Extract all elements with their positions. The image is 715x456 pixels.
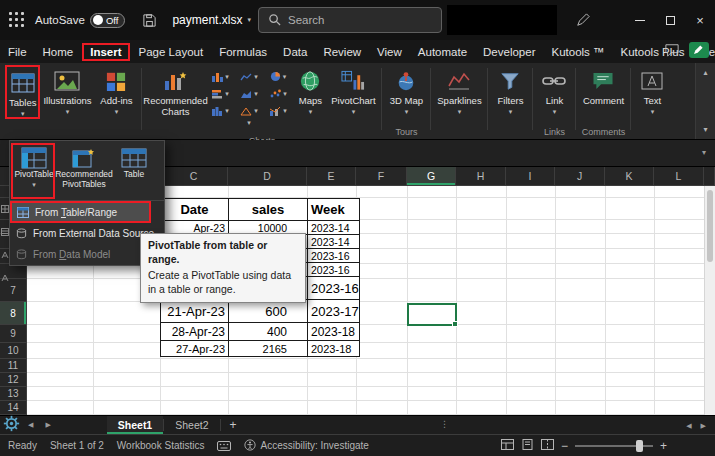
zoom-out-button[interactable]: − <box>561 439 568 453</box>
sheet-tab-sheet1[interactable]: Sheet1 <box>107 416 163 434</box>
col-header-C[interactable]: C <box>160 167 228 186</box>
3d-map-button[interactable]: 3D Map ▾ <box>385 65 427 115</box>
close-button[interactable]: × <box>685 0 715 40</box>
chevron-up-icon[interactable]: ▴ <box>703 68 707 77</box>
tab-insert[interactable]: Insert <box>82 43 129 61</box>
ink-pen-icon[interactable] <box>576 13 590 29</box>
autosave-toggle[interactable]: AutoSave Off <box>35 13 125 28</box>
accessibility-status[interactable]: Accessibility: Investigate <box>244 439 368 453</box>
search-input[interactable]: Search <box>258 7 442 33</box>
filters-button[interactable]: Filters ▾ <box>491 65 529 115</box>
pivotchart-button[interactable]: PivotChart ▾ <box>328 65 378 115</box>
row-header-12[interactable]: 12 <box>0 373 27 387</box>
tab-review[interactable]: Review <box>315 43 369 61</box>
cell[interactable]: 400 <box>229 323 308 341</box>
scroll-left-icon[interactable]: ◀ <box>686 422 691 430</box>
tab-data[interactable]: Data <box>275 43 315 61</box>
col-header-K[interactable]: K <box>605 167 654 186</box>
app-launcher-icon[interactable] <box>9 12 25 28</box>
cell[interactable]: 21-Apr-23 <box>161 300 229 323</box>
cell[interactable]: 600 <box>229 300 308 323</box>
pane-list-icon[interactable] <box>1 228 9 236</box>
cell[interactable]: 2023-17 <box>308 300 360 323</box>
cell[interactable]: 2023-18 <box>308 341 360 357</box>
tab-automate[interactable]: Automate <box>410 43 475 61</box>
sparklines-button[interactable]: Sparklines ▾ <box>434 65 484 115</box>
ribbon-scroll-strip[interactable]: ▴ ▾ <box>695 63 715 139</box>
tab-file[interactable]: File <box>0 43 35 61</box>
tab-home[interactable]: Home <box>35 43 82 61</box>
keyboard-status-icon[interactable] <box>217 441 231 451</box>
histogram-chart-button[interactable]: ▾ <box>205 102 234 119</box>
vertical-scrollbar[interactable] <box>704 186 715 415</box>
row-header-9[interactable]: 9 <box>0 325 27 343</box>
selected-cell-G8[interactable] <box>407 303 457 326</box>
maximize-button[interactable] <box>655 0 685 40</box>
header-cell-date[interactable]: Date <box>161 199 229 221</box>
addins-button[interactable]: Add-ins ▾ <box>94 65 138 115</box>
cell[interactable]: 2023-16 <box>308 249 360 263</box>
pane-text2-icon[interactable] <box>1 274 9 282</box>
col-header-M-partial[interactable] <box>704 167 715 186</box>
col-header-L[interactable]: L <box>654 167 704 186</box>
zoom-slider-thumb[interactable] <box>636 440 643 452</box>
row-header-7[interactable]: 7 <box>0 279 27 302</box>
next-sheet-icon[interactable]: ▶ <box>45 421 50 429</box>
col-header-I[interactable]: I <box>506 167 555 186</box>
row-header-14[interactable]: 14 <box>0 401 27 415</box>
cell[interactable]: 27-Apr-23 <box>161 341 229 357</box>
row-header-13[interactable]: 13 <box>0 387 27 401</box>
comments-icon[interactable] <box>664 43 680 61</box>
header-cell-sales[interactable]: sales <box>229 199 308 221</box>
combo-chart-button[interactable]: ▾ <box>263 102 292 119</box>
normal-view-button[interactable] <box>501 439 514 452</box>
area-chart-button[interactable]: ▾ <box>234 85 263 102</box>
column-chart-button[interactable]: ▾ <box>205 68 234 85</box>
cell[interactable]: 2023-16 <box>308 263 360 277</box>
cell[interactable]: 28-Apr-23 <box>161 323 229 341</box>
bar-chart-button[interactable]: ▾ <box>205 85 234 102</box>
table-button[interactable]: Table <box>112 145 156 181</box>
recommended-charts-button[interactable]: Recommended Charts <box>145 65 205 117</box>
prev-sheet-icon[interactable]: ◀ <box>28 421 33 429</box>
maps-button[interactable]: Maps ▾ <box>292 65 328 115</box>
pane-grid-icon[interactable] <box>1 205 9 213</box>
cell[interactable]: 2023-14 <box>308 221 360 235</box>
cell[interactable]: 2023-18 <box>308 323 360 341</box>
row-header-8-selected[interactable]: 8 <box>0 302 27 325</box>
collapse-ribbon-icon[interactable]: ▾ <box>703 125 707 134</box>
text-button[interactable]: Text ▾ <box>634 65 670 115</box>
zoom-slider[interactable] <box>575 445 653 447</box>
tables-button[interactable]: Tables ▾ <box>7 67 38 117</box>
minimize-button[interactable] <box>625 0 655 40</box>
col-header-H[interactable]: H <box>456 167 506 186</box>
row-header-10[interactable]: 10 <box>0 343 27 359</box>
page-break-view-button[interactable] <box>541 439 554 452</box>
illustrations-button[interactable]: Illustrations ▾ <box>40 65 94 115</box>
pie-chart-button[interactable]: ▾ <box>263 68 292 85</box>
col-header-G-selected[interactable]: G <box>407 167 456 186</box>
scatter-chart-button[interactable]: ▾ <box>263 85 292 102</box>
scrollbar-thumb[interactable] <box>707 190 713 262</box>
col-header-F[interactable]: F <box>356 167 407 186</box>
col-header-D[interactable]: D <box>228 167 307 186</box>
filename[interactable]: payment.xlsx ▾ <box>172 13 251 27</box>
tab-page-layout[interactable]: Page Layout <box>131 43 212 61</box>
sheet-tab-sheet2[interactable]: Sheet2 <box>164 416 219 434</box>
cell[interactable]: 2023-16 <box>308 277 360 300</box>
menu-item-from-table-range[interactable]: From Table/Range <box>10 201 151 223</box>
expand-formula-bar-icon[interactable]: ▾ <box>702 148 706 157</box>
pane-text-icon[interactable] <box>1 251 9 259</box>
add-sheet-button[interactable]: + <box>221 416 246 434</box>
settings-gear-icon[interactable] <box>3 415 20 434</box>
tab-formulas[interactable]: Formulas <box>211 43 275 61</box>
page-layout-view-button[interactable] <box>521 439 534 452</box>
col-header-J[interactable]: J <box>555 167 605 186</box>
col-header-E[interactable]: E <box>307 167 356 186</box>
charts-more-chevron-icon[interactable]: ▾ <box>205 119 292 127</box>
comment-button[interactable]: Comment <box>579 65 627 107</box>
share-button[interactable] <box>689 42 709 62</box>
recommended-pivottables-button[interactable]: Recommended PivotTables <box>56 145 112 191</box>
tab-developer[interactable]: Developer <box>475 43 543 61</box>
cell[interactable]: 2023-14 <box>308 235 360 249</box>
